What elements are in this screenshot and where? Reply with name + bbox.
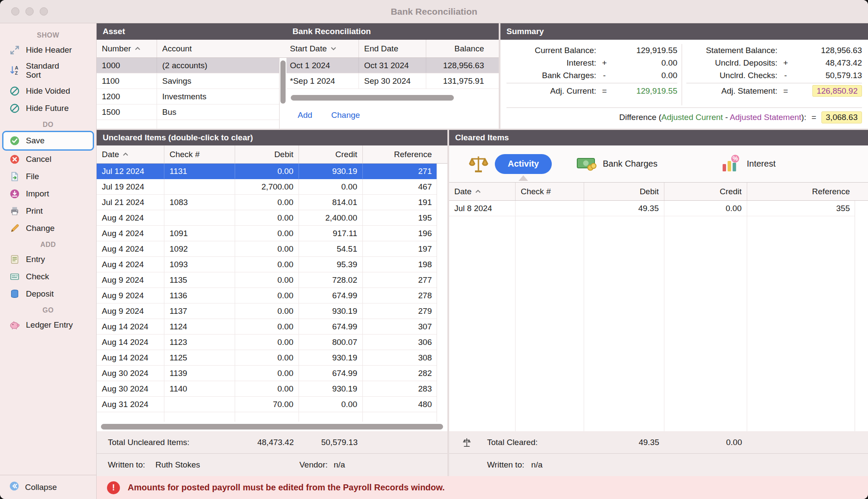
uncleared-row[interactable]: Aug 9 2024 1137 0.00 930.19 279	[97, 303, 437, 319]
save-check-icon	[9, 135, 21, 147]
uncleared-row[interactable]: Aug 14 2024 1123 0.00 800.07 306	[97, 335, 437, 350]
statement-row[interactable]: *Sep 1 2024 Sep 30 2024 131,975.91	[286, 73, 499, 89]
bank-reconciliation-panel-header: Bank Reconciliation	[286, 23, 499, 40]
uncleared-row[interactable]: Aug 4 2024 1093 0.00 95.39 198	[97, 257, 437, 272]
vertical-scrollbar-thumb[interactable]	[280, 60, 286, 104]
asset-panel-header: Asset	[97, 23, 286, 40]
unclrd-deposits-label: Unclrd. Deposits:	[686, 58, 777, 68]
column-header-check-number[interactable]: Check #	[516, 183, 584, 200]
sidebar-item-hide-future[interactable]: Hide Future	[0, 100, 96, 117]
sidebar-item-hide-voided[interactable]: Hide Voided	[0, 82, 96, 100]
uncleared-column-headers: Date Check # Debit Credit Reference	[97, 145, 447, 164]
horizontal-scrollbar-thumb[interactable]	[101, 424, 443, 430]
written-to-label: Written to:	[487, 460, 524, 470]
cleared-panel-header: Cleared Items	[449, 130, 868, 145]
asset-row[interactable]: 1000 (2 accounts)	[97, 58, 280, 73]
sidebar-section-add: ADD	[0, 241, 96, 249]
total-cleared-debit: 49.35	[584, 438, 659, 447]
sidebar-item-file[interactable]: File	[0, 168, 96, 185]
uncleared-row[interactable]: Aug 4 2024 1092 0.00 54.51 197	[97, 241, 437, 257]
column-header-date[interactable]: Date	[97, 145, 164, 163]
asset-row[interactable]: 1100 Savings	[97, 73, 280, 89]
uncleared-row[interactable]: Aug 14 2024 1125 0.00 930.19 308	[97, 350, 437, 366]
tab-bank-charges[interactable]: Bank Charges	[603, 159, 657, 169]
cleared-tab-bar: Activity Bank Charges % Interest	[449, 145, 868, 183]
uncleared-row[interactable]: Jul 21 2024 1083 0.00 814.01 191	[97, 195, 437, 210]
coin-stack-icon	[9, 288, 21, 300]
cleared-items-panel: Cleared Items Activity Bank Charges %	[449, 130, 868, 476]
add-statement-link[interactable]: Add	[298, 111, 312, 120]
svg-text:Z: Z	[15, 71, 18, 76]
uncleared-row[interactable]: Aug 30 2024 1140 0.00 930.19 283	[97, 381, 437, 397]
uncleared-row[interactable]: Aug 4 2024 0.00 2,400.00 195	[97, 210, 437, 226]
column-header-check-number[interactable]: Check #	[164, 145, 235, 163]
uncleared-row[interactable]: Aug 30 2024 1139 0.00 674.99 282	[97, 366, 437, 381]
adj-current-value: 129,919.55	[613, 86, 677, 96]
difference-row: Difference (Adjusted Current - Adjusted …	[506, 110, 862, 125]
column-header-account[interactable]: Account	[157, 40, 286, 57]
column-header-start-date[interactable]: Start Date	[286, 40, 359, 57]
column-header-credit[interactable]: Credit	[299, 145, 363, 163]
uncleared-panel-header: Uncleared Items (double-click to clear)	[97, 130, 447, 145]
column-header-debit[interactable]: Debit	[584, 183, 664, 200]
import-icon	[9, 188, 21, 200]
bankrec-actions: Add Change	[286, 102, 499, 129]
column-header-date[interactable]: Date	[449, 183, 516, 200]
sidebar-section-do: DO	[0, 121, 96, 129]
sidebar-item-label: Hide Header	[26, 45, 72, 54]
piggy-bank-icon	[9, 319, 21, 331]
unclrd-checks-label: Unclrd. Checks:	[686, 71, 777, 80]
column-header-number[interactable]: Number	[97, 40, 157, 57]
balance-scale-icon	[468, 154, 489, 174]
horizontal-scrollbar-thumb[interactable]	[291, 95, 454, 101]
sidebar-item-print[interactable]: Print	[0, 202, 96, 220]
sidebar-item-import[interactable]: Import	[0, 185, 96, 202]
cleared-row[interactable]: Jul 8 2024 49.35 0.00 355	[449, 201, 855, 216]
bank-reconciliation-panel: Bank Reconciliation Start Date End Date …	[286, 23, 499, 129]
column-header-end-date[interactable]: End Date	[359, 40, 426, 57]
column-header-credit[interactable]: Credit	[664, 183, 747, 200]
uncleared-row[interactable]: Aug 31 2024 70.00 0.00 480	[97, 397, 437, 412]
sidebar-item-save[interactable]: Save	[2, 131, 94, 151]
uncleared-row[interactable]: Jul 12 2024 1131 0.00 930.19 271	[97, 164, 437, 179]
svg-text:A: A	[15, 66, 19, 71]
pencil-icon	[9, 222, 21, 234]
app-window: Bank Reconciliation SHOW Hide Header AZ …	[0, 0, 868, 499]
asset-row[interactable]: 1500 Bus	[97, 104, 280, 120]
uncleared-row[interactable]: Aug 9 2024 1136 0.00 674.99 278	[97, 288, 437, 303]
sidebar-item-change[interactable]: Change	[0, 220, 96, 237]
sidebar-item-check[interactable]: Check	[0, 268, 96, 285]
entry-icon	[9, 253, 21, 265]
uncleared-row[interactable]: Aug 9 2024 1135 0.00 728.02 277	[97, 272, 437, 288]
sidebar-section-go: GO	[0, 306, 96, 314]
sidebar-item-hide-header[interactable]: Hide Header	[0, 41, 96, 59]
uncleared-row[interactable]: Aug 14 2024 1124 0.00 674.99 307	[97, 319, 437, 335]
uncleared-row[interactable]: Aug 4 2024 1091 0.00 917.11 196	[97, 226, 437, 241]
column-header-reference[interactable]: Reference	[747, 183, 868, 200]
column-header-balance[interactable]: Balance	[426, 40, 499, 57]
sidebar-item-ledger-entry[interactable]: Ledger Entry	[0, 316, 96, 334]
column-header-debit[interactable]: Debit	[235, 145, 299, 163]
statement-balance-value: 128,956.63	[794, 46, 862, 55]
svg-text:%: %	[733, 155, 738, 162]
column-header-reference[interactable]: Reference	[363, 145, 447, 163]
sidebar-item-entry[interactable]: Entry	[0, 251, 96, 268]
title-bar: Bank Reconciliation	[0, 0, 868, 23]
asset-row[interactable]: 1200 Investments	[97, 89, 280, 104]
uncleared-row-partial	[97, 412, 437, 422]
change-statement-link[interactable]: Change	[331, 111, 360, 120]
sidebar-item-standard-sort[interactable]: AZ Standard Sort	[0, 59, 96, 82]
adj-current-label: Adj. Current:	[506, 86, 596, 96]
sidebar-item-label: Deposit	[26, 289, 53, 298]
operator: +	[777, 58, 794, 68]
collapse-button[interactable]: Collapse	[0, 475, 96, 499]
summary-statement-column: Statement Balance:128,956.63 Unclrd. Dep…	[682, 44, 862, 105]
operator: -	[596, 71, 613, 80]
sidebar-item-label: Entry	[26, 255, 45, 264]
statement-row[interactable]: Oct 1 2024 Oct 31 2024 128,956.63	[286, 58, 499, 73]
tab-interest[interactable]: Interest	[747, 159, 776, 169]
sidebar-item-cancel[interactable]: Cancel	[0, 151, 96, 168]
tab-activity[interactable]: Activity	[495, 154, 552, 174]
uncleared-row[interactable]: Jul 19 2024 2,700.00 0.00 467	[97, 179, 437, 195]
sidebar-item-deposit[interactable]: Deposit	[0, 285, 96, 303]
